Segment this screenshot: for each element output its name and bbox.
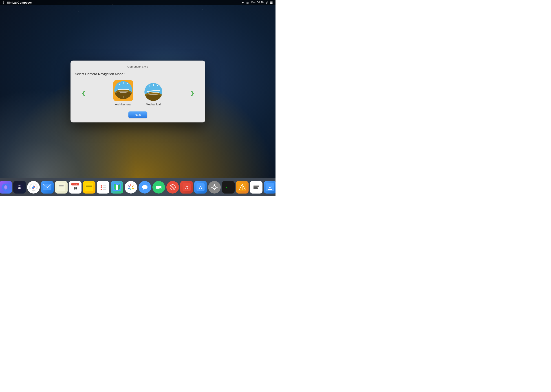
svg-line-71	[132, 186, 133, 187]
svg-rect-7	[120, 92, 127, 93]
svg-rect-54	[85, 183, 93, 191]
prev-arrow-button[interactable]: ❮	[80, 89, 87, 97]
list-icon[interactable]: ☰	[270, 1, 273, 4]
svg-line-74	[128, 188, 129, 189]
next-arrow-button[interactable]: ❯	[188, 89, 196, 97]
composer-style-dialog: Composer Style Select Camera Navigation …	[71, 61, 205, 122]
menubar-right: ➤ ◫ Mon 06:26 ☌ ☰	[242, 1, 273, 4]
svg-point-63	[101, 189, 102, 190]
dock-item-textedit[interactable]	[250, 181, 262, 194]
dialog-title: Composer Style	[75, 65, 201, 68]
svg-rect-103	[254, 187, 258, 188]
desktop:  SimLabComposer ➤ ◫ Mon 06:26 ☌ ☰ Compo…	[0, 0, 276, 196]
svg-point-30	[19, 185, 20, 186]
svg-rect-104	[254, 188, 258, 189]
svg-point-36	[19, 188, 20, 189]
svg-text:♫: ♫	[185, 185, 188, 190]
svg-point-59	[101, 185, 102, 187]
svg-rect-6	[119, 91, 128, 91]
svg-point-32	[18, 187, 19, 188]
dock-item-terminal[interactable]: >_	[222, 181, 235, 194]
svg-text:FEB: FEB	[74, 184, 77, 185]
mechanical-label: Mechanical	[146, 103, 161, 106]
dock-item-facetime[interactable]	[152, 181, 165, 194]
dock-item-music[interactable]: ♫	[180, 181, 193, 194]
app-name-label: SimLabComposer	[7, 1, 32, 4]
svg-text:>_: >_	[225, 186, 229, 189]
dialog-subtitle: Select Camera Navigation Mode :	[75, 72, 201, 76]
architectural-selected-border	[113, 80, 133, 101]
dock-item-appstore[interactable]: A	[194, 181, 207, 194]
svg-point-33	[19, 187, 20, 188]
architectural-icon	[114, 81, 132, 99]
cursor-arrow-icon: ➤	[242, 1, 244, 4]
dock-item-stickies[interactable]	[83, 181, 95, 194]
dock-item-downloads[interactable]	[264, 181, 276, 194]
time-display: Mon 06:26	[251, 1, 264, 4]
dock-item-messages[interactable]	[138, 181, 151, 194]
apple-logo-icon[interactable]: 	[3, 1, 4, 4]
svg-point-35	[18, 188, 19, 189]
svg-rect-102	[254, 186, 259, 187]
svg-point-34	[21, 187, 21, 188]
dock-item-mail[interactable]	[41, 181, 54, 194]
next-button[interactable]: Next	[128, 112, 147, 118]
dock-item-maps[interactable]	[111, 181, 123, 194]
svg-point-77	[142, 185, 147, 189]
svg-rect-47	[59, 185, 64, 186]
dock-item-safari[interactable]	[27, 181, 40, 194]
svg-point-37	[21, 188, 21, 189]
options-container: Architectural	[113, 80, 162, 106]
dialog-content: ❮	[75, 80, 201, 106]
svg-rect-64	[103, 189, 106, 190]
svg-text:A: A	[199, 185, 202, 190]
dock-item-photos[interactable]	[125, 181, 137, 194]
search-icon[interactable]: ☌	[266, 1, 268, 4]
dock-item-system-prefs[interactable]	[208, 181, 221, 194]
svg-marker-67	[116, 184, 118, 190]
svg-rect-101	[254, 185, 259, 185]
svg-rect-5	[118, 89, 129, 90]
svg-rect-57	[86, 188, 90, 188]
svg-text:18: 18	[73, 187, 77, 190]
svg-rect-46	[57, 183, 65, 191]
dock-item-launchpad[interactable]	[13, 181, 26, 194]
mechanical-option[interactable]: Mechanical	[144, 83, 162, 106]
svg-point-29	[18, 185, 19, 186]
svg-point-61	[101, 187, 102, 188]
dock: FEB18 ♫	[0, 178, 276, 196]
svg-rect-56	[86, 186, 92, 187]
svg-line-75	[128, 186, 129, 187]
dock-item-reminders[interactable]	[97, 181, 109, 194]
svg-point-27	[4, 185, 7, 189]
menubar-left:  SimLabComposer	[3, 1, 32, 4]
dock-item-simlab[interactable]	[236, 181, 249, 194]
menubar:  SimLabComposer ➤ ◫ Mon 06:26 ☌ ☰	[0, 0, 276, 5]
dialog-overlay: Composer Style Select Camera Navigation …	[0, 5, 276, 178]
svg-rect-62	[103, 187, 106, 188]
architectural-label: Architectural	[115, 103, 131, 106]
architectural-option[interactable]: Architectural	[113, 80, 133, 106]
svg-line-72	[132, 188, 133, 189]
svg-rect-80	[156, 186, 160, 189]
mechanical-icon	[144, 83, 162, 101]
dialog-footer: Next	[75, 112, 201, 118]
svg-rect-55	[86, 185, 92, 185]
svg-rect-49	[59, 188, 62, 188]
display-icon: ◫	[246, 1, 249, 4]
svg-rect-60	[103, 185, 106, 186]
dock-item-notes[interactable]	[55, 181, 68, 194]
svg-rect-48	[59, 187, 64, 187]
dock-item-siri[interactable]	[0, 181, 12, 194]
dock-item-calendar[interactable]: FEB18	[69, 181, 81, 194]
dock-item-dnd[interactable]	[166, 181, 179, 194]
svg-point-31	[21, 185, 21, 186]
